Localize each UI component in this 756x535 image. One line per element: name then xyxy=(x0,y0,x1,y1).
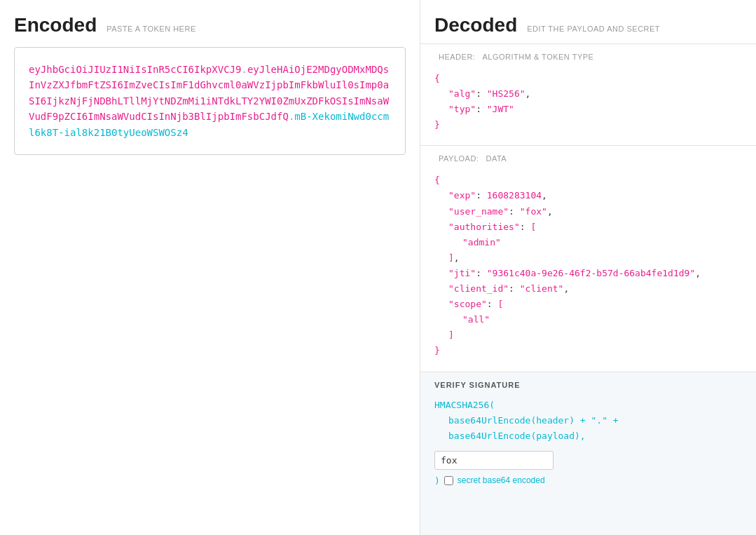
decoded-subtitle: EDIT THE PAYLOAD AND SECRET xyxy=(527,25,660,33)
encoded-token-box[interactable]: eyJhbGciOiJIUzI1NiIsInR5cCI6IkpXVCJ9.eyJ… xyxy=(14,47,406,155)
secret-input[interactable] xyxy=(434,451,554,470)
verify-section: VERIFY SIGNATURE HMACSHA256( base64UrlEn… xyxy=(420,372,756,536)
encoded-panel: Encoded PASTE A TOKEN HERE eyJhbGciOiJIU… xyxy=(0,0,420,535)
token-dot-1: . xyxy=(241,64,247,75)
verify-line2: base64UrlEncode(header) + "." + xyxy=(434,415,619,426)
verify-label: VERIFY SIGNATURE xyxy=(434,381,742,389)
header-json: { "alg": "HS256", "typ": "JWT" } xyxy=(434,67,742,137)
encoded-title: Encoded xyxy=(14,14,97,36)
encoded-subtitle: PASTE A TOKEN HERE xyxy=(106,25,196,33)
base64-label: secret base64 encoded xyxy=(458,475,545,485)
header-label: HEADER: ALGORITHM & TOKEN TYPE xyxy=(434,53,742,61)
token-part1: eyJhbGciOiJIUzI1NiIsInR5cCI6IkpXVCJ9 xyxy=(29,64,241,75)
base64-checkbox[interactable] xyxy=(444,476,453,485)
payload-label: PAYLOAD: DATA xyxy=(434,154,742,163)
secret-input-row xyxy=(434,451,742,470)
verify-code: HMACSHA256( base64UrlEncode(header) + ".… xyxy=(434,398,742,444)
verify-line1: HMACSHA256( xyxy=(434,400,495,410)
header-section: HEADER: ALGORITHM & TOKEN TYPE { "alg": … xyxy=(420,43,756,145)
decoded-panel: Decoded EDIT THE PAYLOAD AND SECRET HEAD… xyxy=(420,0,756,535)
paren-close: ) xyxy=(434,475,440,486)
payload-section: PAYLOAD: DATA { "exp": 1608283104, "user… xyxy=(420,145,756,371)
decoded-header: Decoded EDIT THE PAYLOAD AND SECRET xyxy=(420,0,756,43)
verify-line3: base64UrlEncode(payload), xyxy=(434,431,586,441)
decoded-title: Decoded xyxy=(434,14,517,36)
payload-json: { "exp": 1608283104, "user_name": "fox",… xyxy=(434,168,742,363)
secret-checkbox-row: ) secret base64 encoded xyxy=(434,475,742,486)
